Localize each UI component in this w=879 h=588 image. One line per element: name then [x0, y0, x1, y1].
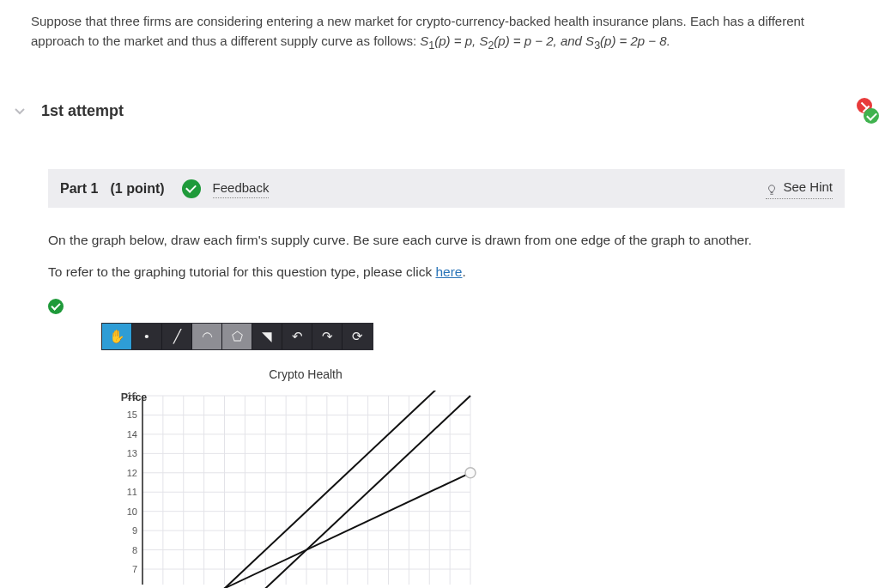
see-hint-button[interactable]: See Hint	[766, 178, 833, 199]
chart-title: Crypto Health	[136, 366, 476, 384]
reset-tool-icon: ⟳	[352, 327, 363, 347]
line-tool-icon: ╱	[173, 327, 181, 347]
label-tool[interactable]: ◥	[252, 324, 282, 349]
eq-s2-arg: (p) = p − 2, and	[494, 33, 585, 48]
y-tick-label: 12	[127, 468, 137, 478]
y-tick-label: 9	[132, 525, 137, 536]
question-intro: Suppose that three firms are considering…	[31, 14, 804, 48]
instructions: On the graph below, draw each firm's sup…	[48, 230, 845, 315]
sub-check-icon	[48, 299, 64, 314]
y-tick-label: 8	[132, 545, 137, 555]
point-tool-icon: •	[144, 327, 149, 347]
chevron-down-icon	[14, 106, 26, 118]
attempt-status-icons	[857, 98, 879, 124]
point-tool[interactable]: •	[132, 324, 162, 349]
chart-svg[interactable]: 78910111213141516	[101, 391, 479, 588]
y-tick-label: 14	[127, 429, 137, 439]
feedback-link[interactable]: Feedback	[213, 179, 270, 199]
attempt-title: 1st attempt	[41, 100, 124, 123]
line-tool[interactable]: ╱	[162, 324, 192, 349]
y-tick-label: 13	[127, 449, 137, 459]
label-tool-icon: ◥	[262, 327, 272, 347]
reset-tool[interactable]: ⟳	[343, 324, 373, 349]
graph-toolbar: ✋•╱◠⬠◥↶↷⟳	[101, 323, 373, 350]
question-text: Suppose that three firms are considering…	[0, 0, 879, 64]
eq-s1-arg: (p) = p,	[434, 33, 479, 48]
lightbulb-icon	[766, 182, 778, 194]
chart-area[interactable]: Price Crypto Health 78910111213141516	[101, 366, 845, 588]
attempt-header[interactable]: 1st attempt	[0, 88, 879, 135]
eq-s2-lhs: S	[479, 33, 488, 48]
curve-tool-icon: ◠	[202, 327, 213, 347]
instruction-line1: On the graph below, draw each firm's sup…	[48, 230, 845, 250]
undo-tool[interactable]: ↶	[282, 324, 312, 349]
hand-tool-icon: ✋	[109, 327, 125, 347]
y-tick-label: 15	[127, 410, 137, 421]
y-axis-label: Price	[121, 390, 148, 406]
check-icon	[182, 179, 201, 198]
y-tick-label: 11	[127, 487, 137, 497]
y-tick-label: 10	[127, 506, 137, 517]
undo-tool-icon: ↶	[292, 327, 303, 347]
correct-icon	[864, 108, 879, 124]
eq-s3-lhs: S	[585, 33, 594, 48]
area-tool[interactable]: ⬠	[222, 324, 252, 349]
redo-tool[interactable]: ↷	[312, 324, 343, 349]
line-handle[interactable]	[465, 468, 476, 478]
eq-s3-arg: (p) = 2p − 8.	[600, 33, 670, 48]
redo-tool-icon: ↷	[322, 327, 333, 347]
part-bar: Part 1 (1 point) Feedback See Hint	[48, 169, 845, 208]
part-points: (1 point)	[110, 179, 164, 199]
part-label: Part 1	[60, 179, 98, 199]
instruction-line2: To refer to the graphing tutorial for th…	[48, 262, 845, 282]
eq-s1-lhs: S	[420, 33, 428, 48]
y-tick-label: 7	[132, 564, 137, 574]
curve-tool[interactable]: ◠	[192, 324, 222, 349]
tutorial-link[interactable]: here	[435, 264, 462, 279]
hint-label: See Hint	[783, 178, 833, 197]
area-tool-icon: ⬠	[232, 327, 243, 347]
hand-tool[interactable]: ✋	[102, 324, 132, 349]
